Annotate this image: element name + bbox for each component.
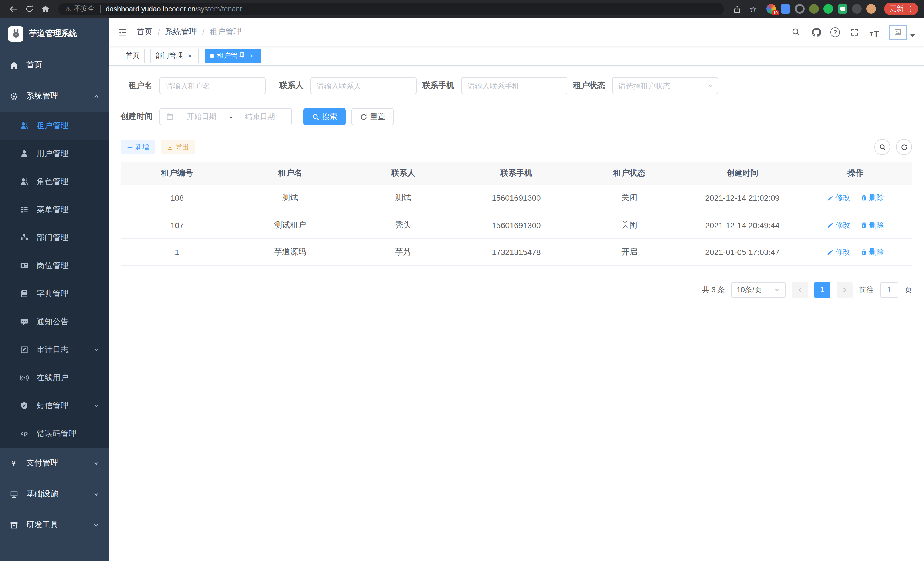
sidebar-item-dev-tools[interactable]: 研发工具 (0, 510, 109, 540)
search-icon[interactable] (790, 26, 802, 38)
breadcrumb-system[interactable]: 系统管理 (165, 27, 197, 37)
breadcrumb-separator: / (158, 27, 160, 37)
close-icon[interactable]: × (186, 52, 194, 60)
sidebar-item-error-code[interactable]: 错误码管理 (0, 420, 109, 448)
sidebar-item-post[interactable]: 岗位管理 (0, 252, 109, 280)
calendar-icon (166, 113, 174, 121)
breadcrumb-home[interactable]: 首页 (136, 27, 153, 37)
url-host: dashboard.yudao.iocoder.cn (106, 5, 195, 13)
status-select-input[interactable] (612, 77, 718, 94)
tab-home[interactable]: 首页 (121, 48, 145, 63)
sidebar-item-sms[interactable]: 短信管理 (0, 392, 109, 420)
cell-name: 测试 (234, 185, 347, 212)
sidebar-item-dept[interactable]: 部门管理 (0, 224, 109, 252)
filter-contact: 联系人 (272, 77, 417, 94)
edit-button[interactable]: 修改 (827, 193, 850, 203)
page-number[interactable]: 1 (814, 282, 830, 298)
warning-icon: ⚠ (65, 5, 71, 13)
bookmark-star-icon[interactable]: ☆ (746, 2, 760, 16)
date-end-placeholder[interactable]: 结束日期 (234, 111, 286, 122)
font-size-icon[interactable]: TT (868, 26, 880, 38)
edit-button[interactable]: 修改 (827, 247, 850, 257)
share-icon[interactable] (730, 2, 745, 16)
search-button[interactable]: 搜索 (303, 108, 346, 125)
refresh-icon[interactable] (896, 139, 912, 155)
sidebar-item-home[interactable]: 首页 (0, 50, 109, 81)
status-select[interactable] (612, 77, 718, 94)
date-separator: - (230, 112, 232, 121)
sidebar-item-system[interactable]: 系统管理 (0, 81, 109, 111)
sidebar-item-online-users[interactable]: 在线用户 (0, 364, 109, 392)
cell-phone: 17321315478 (460, 238, 573, 265)
extension-icon[interactable] (838, 4, 848, 14)
column-header: 创建时间 (686, 162, 799, 185)
chevron-down-icon (707, 83, 713, 89)
sidebar-item-dict[interactable]: 字典管理 (0, 280, 109, 308)
sidebar-item-role[interactable]: 角色管理 (0, 168, 109, 196)
goto-page-input[interactable] (880, 282, 898, 298)
security-label[interactable]: 不安全 (74, 4, 95, 14)
contact-input[interactable] (310, 77, 417, 94)
delete-button[interactable]: 删除 (861, 220, 884, 230)
home-icon[interactable] (38, 2, 52, 16)
app-logo[interactable]: 芋道管理系统 (0, 18, 109, 50)
phone-input[interactable] (461, 77, 567, 94)
url-path: /system/tenant (195, 5, 242, 13)
tenant-table: 租户编号 租户名 联系人 联系手机 租户状态 创建时间 操作 108 测试 (121, 162, 912, 266)
sidebar-item-infrastructure[interactable]: 基础设施 (0, 479, 109, 510)
extension-icon[interactable] (852, 4, 862, 14)
sidebar-item-notice[interactable]: 通知公告 (0, 308, 109, 336)
close-icon[interactable]: × (248, 52, 255, 60)
extension-icon[interactable] (809, 4, 819, 14)
address-bar[interactable]: ⚠ 不安全 dashboard.yudao.iocoder.cn/system/… (58, 3, 724, 15)
chevron-down-icon (93, 403, 99, 409)
sidebar-item-audit-log[interactable]: 审计日志 (0, 336, 109, 364)
broadcast-icon (20, 373, 28, 382)
extensions-tray: 10 (766, 4, 876, 14)
table-toolbar: 新增 导出 (121, 139, 912, 155)
date-start-placeholder[interactable]: 开始日期 (176, 111, 227, 122)
extension-icon[interactable] (781, 4, 790, 14)
export-button[interactable]: 导出 (160, 140, 195, 154)
cell-contact: 芋艿 (346, 238, 460, 265)
user-avatar[interactable] (889, 24, 915, 40)
filter-status: 租户状态 (573, 77, 718, 94)
extension-icon[interactable]: 10 (766, 4, 776, 14)
edit-button[interactable]: 修改 (827, 220, 850, 230)
org-tree-icon (20, 233, 28, 242)
sidebar-toggle-icon[interactable] (118, 27, 128, 37)
sidebar-item-payment[interactable]: ¥ 支付管理 (0, 448, 109, 479)
sidebar-item-tenant[interactable]: 租户管理 (0, 111, 109, 140)
goto-label: 前往 (859, 284, 874, 295)
toggle-search-icon[interactable] (874, 139, 890, 155)
prev-page-icon[interactable] (792, 282, 808, 298)
url-text[interactable]: dashboard.yudao.iocoder.cn/system/tenant (106, 5, 242, 13)
reset-button[interactable]: 重置 (351, 108, 394, 125)
sidebar-item-menu[interactable]: 菜单管理 (0, 196, 109, 224)
reload-icon[interactable] (22, 2, 37, 16)
cell-contact: 秃头 (346, 212, 460, 238)
delete-button[interactable]: 删除 (861, 247, 884, 257)
code-icon (20, 429, 28, 438)
next-page-icon[interactable] (837, 282, 853, 298)
fullscreen-icon[interactable] (849, 26, 860, 38)
help-icon[interactable]: ? (830, 27, 840, 37)
extension-icon[interactable] (824, 4, 833, 14)
tab-dept[interactable]: 部门管理 × (150, 48, 199, 63)
sidebar-item-user[interactable]: 用户管理 (0, 140, 109, 168)
table-header-row: 租户编号 租户名 联系人 联系手机 租户状态 创建时间 操作 (121, 162, 912, 185)
tab-tenant[interactable]: 租户管理 × (205, 48, 261, 63)
back-icon[interactable] (6, 2, 21, 16)
delete-button[interactable]: 删除 (861, 193, 884, 203)
update-button[interactable]: 更新 ⋮ (884, 3, 918, 15)
pagination: 共 3 条 10条/页 1 前往 页 (121, 282, 912, 298)
extension-icon[interactable] (795, 4, 805, 14)
tenant-name-input[interactable] (159, 77, 266, 94)
profile-avatar-icon[interactable] (866, 4, 876, 14)
browser-menu-icon[interactable]: ⋮ (905, 5, 916, 13)
add-button[interactable]: 新增 (121, 140, 155, 154)
github-icon[interactable] (810, 26, 822, 38)
filter-phone: 联系手机 (422, 77, 567, 94)
page-size-select[interactable]: 10条/页 (731, 282, 786, 298)
date-range-picker[interactable]: 开始日期 - 结束日期 (159, 108, 292, 125)
